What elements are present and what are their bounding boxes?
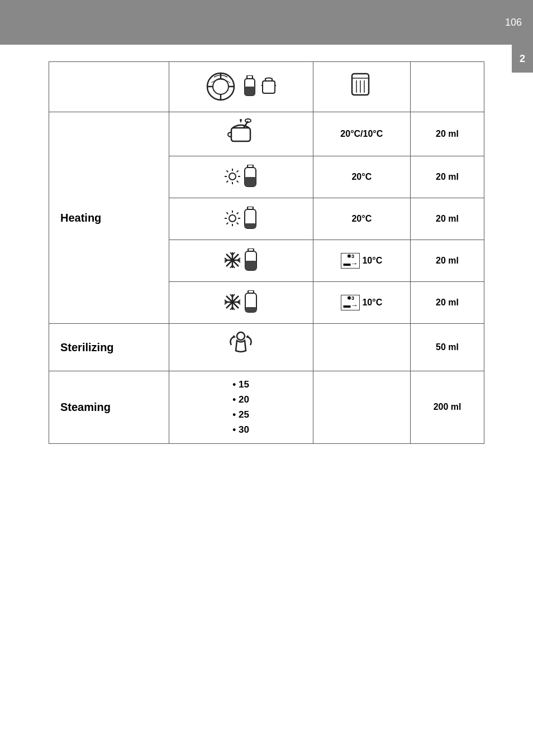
heating-temp-3: 20°C [313,198,411,240]
steaming-bullets: 15 20 25 30 [232,377,249,438]
chapter-tab: 2 [512,45,533,73]
heating-vol-4: 20 ml [411,240,484,282]
svg-line-26 [227,171,229,173]
bottle-full-icon [242,75,258,99]
heating-vol-1: 20 ml [411,112,484,156]
main-content: Heating 20°C/10° [0,45,533,461]
svg-rect-9 [263,81,275,93]
heating-vol-3: 20 ml [411,198,484,240]
svg-rect-44 [245,223,256,228]
bullet-15: 15 [232,377,249,392]
svg-line-27 [237,181,239,183]
sun-icon [224,168,241,185]
sun-icon-2 [224,210,241,227]
temp-arrow-box-2: ✱3 ▬→ 10°C [322,295,402,310]
svg-point-33 [229,215,236,222]
table-row-heating-1: Heating 20°C/10° [49,112,484,156]
header-vol-cell [411,62,484,112]
page-number: 106 [505,17,522,28]
heating-vol-5: 20 ml [411,282,484,324]
svg-point-20 [245,119,251,122]
table-row-header [49,62,484,112]
sun-bottle-full [224,165,258,188]
svg-point-21 [229,173,236,180]
svg-line-38 [227,213,229,214]
bullet-20: 20 [232,392,249,407]
bottle-full-2-icon [244,248,258,272]
temp-arrow-box-1: ✱3 ▬→ 10°C [322,253,402,269]
svg-rect-32 [245,177,256,186]
header-label-cell [49,62,169,112]
sterilizing-icon [169,324,313,371]
heating-temp-5: ✱3 ▬→ 10°C [313,282,411,324]
svg-line-28 [237,171,239,173]
heating-vol-2: 20 ml [411,156,484,198]
bottle-icon [243,165,258,188]
table-row-steaming: Steaming 15 20 25 30 200 ml [49,371,484,443]
sun-bottle-half [224,207,258,230]
snowflake-bottle-full [223,248,258,272]
table-row-sterilizing: Sterilizing 50 ml [49,324,484,371]
top-bar: 106 [0,0,533,45]
heating-icon-4 [169,240,313,282]
mortar-pestle-icon [227,118,255,146]
bullet-25: 25 [232,407,249,422]
dial-icon [206,71,236,102]
header-icon-cell [169,62,313,112]
heating-label: Heating [49,112,169,324]
snowflake-icon [223,251,241,269]
bottle-half-icon [243,207,258,230]
svg-point-75 [237,332,245,340]
svg-line-40 [237,213,239,214]
svg-point-18 [240,119,242,121]
cup-icon [348,69,375,100]
arrow-box-icon-1: ✱3 ▬→ [341,253,360,269]
sterilize-icon [226,329,256,360]
two-bottles-icon [242,75,277,99]
header-cup-cell [313,62,411,112]
steaming-icon: 15 20 25 30 [169,371,313,443]
heating-temp-2: 20°C [313,156,411,198]
bullet-30: 30 [232,422,249,437]
bottle-half-2-icon [244,290,258,314]
heating-icon-2 [169,156,313,198]
svg-rect-16 [231,128,250,141]
snowflake-bottle-half [223,290,258,314]
steaming-temp [313,371,411,443]
svg-line-29 [227,181,229,183]
svg-rect-59 [245,261,256,270]
heating-temp-1: 20°C/10°C [313,112,411,156]
sterilizing-temp [313,324,411,371]
heating-icon-5 [169,282,313,324]
sterilizing-label: Sterilizing [49,324,169,371]
svg-point-1 [213,79,229,94]
svg-line-39 [237,223,239,224]
snowflake-icon-2 [223,293,241,311]
svg-rect-8 [245,87,255,95]
steaming-label: Steaming [49,371,169,443]
arrow-box-icon-2: ✱3 ▬→ [341,295,360,310]
steaming-vol: 200 ml [411,371,484,443]
info-table: Heating 20°C/10° [49,61,484,444]
svg-rect-74 [245,307,256,312]
sterilizing-vol: 50 ml [411,324,484,371]
heating-temp-4: ✱3 ▬→ 10°C [313,240,411,282]
heating-icon-3 [169,198,313,240]
pot-icon [261,75,277,99]
svg-line-41 [227,223,229,224]
heating-icon-1 [169,112,313,156]
